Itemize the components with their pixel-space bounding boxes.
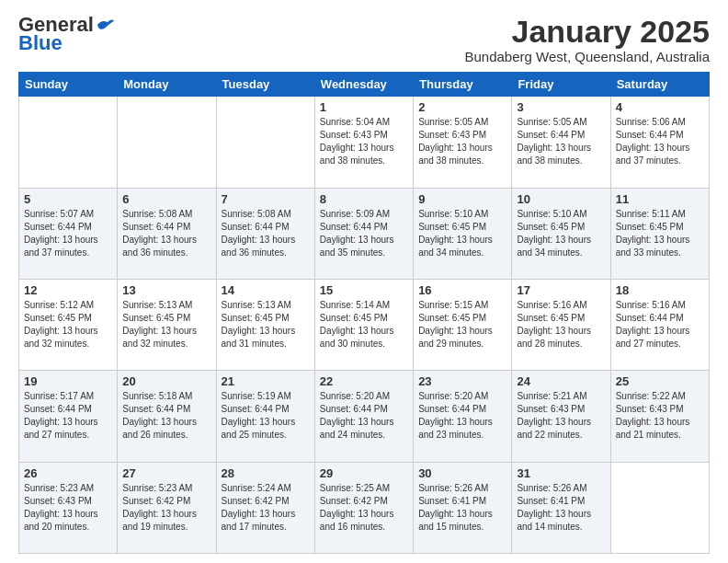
page: General Blue January 2025 Bundaberg West…: [0, 0, 728, 563]
day-info: Sunrise: 5:10 AM Sunset: 6:45 PM Dayligh…: [418, 208, 506, 259]
header-friday: Friday: [512, 73, 610, 97]
day-number: 10: [517, 192, 605, 206]
day-info: Sunrise: 5:23 AM Sunset: 6:43 PM Dayligh…: [24, 482, 112, 534]
calendar-cell: 12Sunrise: 5:12 AM Sunset: 6:45 PM Dayli…: [19, 280, 118, 371]
day-info: Sunrise: 5:21 AM Sunset: 6:43 PM Dayligh…: [517, 390, 605, 442]
day-number: 14: [222, 283, 310, 297]
week-row-1: 1Sunrise: 5:04 AM Sunset: 6:43 PM Daylig…: [19, 97, 710, 188]
calendar-cell: 7Sunrise: 5:08 AM Sunset: 6:44 PM Daylig…: [216, 188, 314, 279]
calendar-cell: 19Sunrise: 5:17 AM Sunset: 6:44 PM Dayli…: [19, 371, 118, 462]
calendar-cell: 25Sunrise: 5:22 AM Sunset: 6:43 PM Dayli…: [610, 371, 709, 462]
week-row-5: 26Sunrise: 5:23 AM Sunset: 6:43 PM Dayli…: [19, 462, 710, 553]
calendar-cell: 31Sunrise: 5:26 AM Sunset: 6:41 PM Dayli…: [512, 462, 610, 553]
day-info: Sunrise: 5:20 AM Sunset: 6:44 PM Dayligh…: [320, 390, 408, 442]
day-number: 17: [517, 283, 605, 297]
title-section: January 2025 Bundaberg West, Queensland,…: [464, 15, 710, 64]
day-number: 30: [418, 466, 506, 480]
day-info: Sunrise: 5:15 AM Sunset: 6:45 PM Dayligh…: [418, 299, 506, 350]
day-number: 8: [320, 192, 408, 206]
day-info: Sunrise: 5:19 AM Sunset: 6:44 PM Dayligh…: [222, 390, 310, 442]
calendar-cell: 1Sunrise: 5:04 AM Sunset: 6:43 PM Daylig…: [314, 97, 413, 188]
day-number: 22: [320, 374, 408, 388]
day-info: Sunrise: 5:16 AM Sunset: 6:44 PM Dayligh…: [616, 299, 704, 350]
calendar-cell: 23Sunrise: 5:20 AM Sunset: 6:44 PM Dayli…: [414, 371, 512, 462]
day-number: 31: [517, 466, 605, 480]
day-info: Sunrise: 5:25 AM Sunset: 6:42 PM Dayligh…: [320, 482, 408, 534]
day-info: Sunrise: 5:17 AM Sunset: 6:44 PM Dayligh…: [24, 390, 112, 442]
calendar-cell: 21Sunrise: 5:19 AM Sunset: 6:44 PM Dayli…: [216, 371, 314, 462]
calendar-cell: 8Sunrise: 5:09 AM Sunset: 6:44 PM Daylig…: [314, 188, 413, 279]
week-row-4: 19Sunrise: 5:17 AM Sunset: 6:44 PM Dayli…: [19, 371, 710, 462]
calendar-cell: 16Sunrise: 5:15 AM Sunset: 6:45 PM Dayli…: [414, 280, 512, 371]
day-number: 18: [616, 283, 704, 297]
day-info: Sunrise: 5:20 AM Sunset: 6:44 PM Dayligh…: [418, 390, 506, 442]
calendar-cell: 10Sunrise: 5:10 AM Sunset: 6:45 PM Dayli…: [512, 188, 610, 279]
calendar-cell: 29Sunrise: 5:25 AM Sunset: 6:42 PM Dayli…: [314, 462, 413, 553]
calendar-cell: [610, 462, 709, 553]
calendar-cell: 15Sunrise: 5:14 AM Sunset: 6:45 PM Dayli…: [314, 280, 413, 371]
calendar-cell: [19, 97, 118, 188]
day-info: Sunrise: 5:04 AM Sunset: 6:43 PM Dayligh…: [320, 116, 408, 167]
day-number: 1: [320, 100, 408, 114]
header-saturday: Saturday: [610, 73, 709, 97]
calendar-cell: [118, 97, 216, 188]
calendar-cell: 24Sunrise: 5:21 AM Sunset: 6:43 PM Dayli…: [512, 371, 610, 462]
day-number: 11: [616, 192, 704, 206]
calendar-cell: 5Sunrise: 5:07 AM Sunset: 6:44 PM Daylig…: [19, 188, 118, 279]
day-number: 20: [122, 374, 210, 388]
day-number: 2: [418, 100, 506, 114]
calendar-cell: 27Sunrise: 5:23 AM Sunset: 6:42 PM Dayli…: [118, 462, 216, 553]
day-number: 7: [222, 192, 310, 206]
day-number: 3: [517, 100, 605, 114]
calendar-cell: 13Sunrise: 5:13 AM Sunset: 6:45 PM Dayli…: [118, 280, 216, 371]
calendar-cell: 17Sunrise: 5:16 AM Sunset: 6:45 PM Dayli…: [512, 280, 610, 371]
day-info: Sunrise: 5:23 AM Sunset: 6:42 PM Dayligh…: [122, 482, 210, 534]
logo-blue-text: Blue: [18, 31, 63, 55]
day-info: Sunrise: 5:08 AM Sunset: 6:44 PM Dayligh…: [122, 208, 210, 259]
day-number: 24: [517, 374, 605, 388]
day-info: Sunrise: 5:14 AM Sunset: 6:45 PM Dayligh…: [320, 299, 408, 350]
weekday-header-row: Sunday Monday Tuesday Wednesday Thursday…: [19, 73, 710, 97]
day-number: 15: [320, 283, 408, 297]
header-monday: Monday: [118, 73, 216, 97]
day-number: 5: [24, 192, 112, 206]
header: General Blue January 2025 Bundaberg West…: [18, 15, 710, 64]
day-number: 28: [222, 466, 310, 480]
day-number: 9: [418, 192, 506, 206]
day-info: Sunrise: 5:11 AM Sunset: 6:45 PM Dayligh…: [616, 208, 704, 259]
calendar-cell: 3Sunrise: 5:05 AM Sunset: 6:44 PM Daylig…: [512, 97, 610, 188]
day-number: 12: [24, 283, 112, 297]
calendar-cell: 11Sunrise: 5:11 AM Sunset: 6:45 PM Dayli…: [610, 188, 709, 279]
calendar-cell: 4Sunrise: 5:06 AM Sunset: 6:44 PM Daylig…: [610, 97, 709, 188]
day-number: 21: [222, 374, 310, 388]
calendar-cell: 20Sunrise: 5:18 AM Sunset: 6:44 PM Dayli…: [118, 371, 216, 462]
day-number: 4: [616, 100, 704, 114]
calendar-cell: 22Sunrise: 5:20 AM Sunset: 6:44 PM Dayli…: [314, 371, 413, 462]
calendar-cell: 2Sunrise: 5:05 AM Sunset: 6:43 PM Daylig…: [414, 97, 512, 188]
day-info: Sunrise: 5:16 AM Sunset: 6:45 PM Dayligh…: [517, 299, 605, 350]
day-number: 16: [418, 283, 506, 297]
day-info: Sunrise: 5:13 AM Sunset: 6:45 PM Dayligh…: [122, 299, 210, 350]
header-wednesday: Wednesday: [314, 73, 413, 97]
day-number: 27: [122, 466, 210, 480]
day-number: 6: [122, 192, 210, 206]
day-info: Sunrise: 5:08 AM Sunset: 6:44 PM Dayligh…: [222, 208, 310, 259]
day-info: Sunrise: 5:26 AM Sunset: 6:41 PM Dayligh…: [418, 482, 506, 534]
calendar-cell: 6Sunrise: 5:08 AM Sunset: 6:44 PM Daylig…: [118, 188, 216, 279]
day-info: Sunrise: 5:10 AM Sunset: 6:45 PM Dayligh…: [517, 208, 605, 259]
calendar-cell: 28Sunrise: 5:24 AM Sunset: 6:42 PM Dayli…: [216, 462, 314, 553]
day-info: Sunrise: 5:22 AM Sunset: 6:43 PM Dayligh…: [616, 390, 704, 442]
calendar-cell: 30Sunrise: 5:26 AM Sunset: 6:41 PM Dayli…: [414, 462, 512, 553]
week-row-3: 12Sunrise: 5:12 AM Sunset: 6:45 PM Dayli…: [19, 280, 710, 371]
location-title: Bundaberg West, Queensland, Australia: [464, 49, 710, 64]
day-number: 13: [122, 283, 210, 297]
day-number: 26: [24, 466, 112, 480]
header-tuesday: Tuesday: [216, 73, 314, 97]
day-info: Sunrise: 5:05 AM Sunset: 6:43 PM Dayligh…: [418, 116, 506, 167]
day-info: Sunrise: 5:09 AM Sunset: 6:44 PM Dayligh…: [320, 208, 408, 259]
day-info: Sunrise: 5:18 AM Sunset: 6:44 PM Dayligh…: [122, 390, 210, 442]
day-info: Sunrise: 5:26 AM Sunset: 6:41 PM Dayligh…: [517, 482, 605, 534]
month-title: January 2025: [464, 15, 710, 49]
calendar-cell: 14Sunrise: 5:13 AM Sunset: 6:45 PM Dayli…: [216, 280, 314, 371]
calendar-cell: [216, 97, 314, 188]
